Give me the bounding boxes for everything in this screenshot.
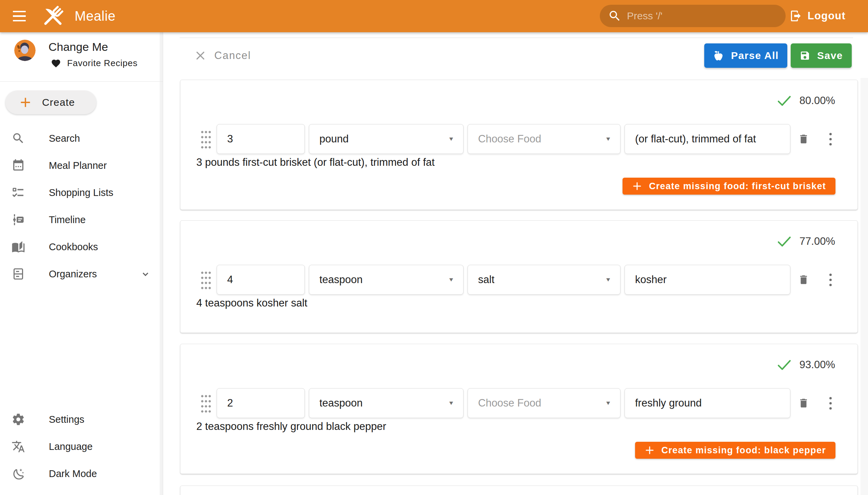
global-search[interactable] (600, 5, 786, 27)
parser-toolbar: Cancel Parse All Save (180, 44, 852, 68)
parse-all-button[interactable]: Parse All (704, 44, 787, 68)
main-scrollbar[interactable] (861, 78, 868, 495)
food-select[interactable]: Choose Food (467, 124, 620, 154)
confidence-percent: 93.00% (800, 359, 835, 371)
create-missing-food-button[interactable]: Create missing food: black pepper (635, 442, 836, 459)
delete-ingredient-button[interactable] (796, 393, 811, 413)
note-input[interactable] (625, 124, 790, 154)
unit-value: pound (319, 133, 348, 145)
cancel-label: Cancel (214, 50, 251, 62)
sidebar-item-label: Meal Planner (49, 160, 107, 171)
create-missing-food-button[interactable]: Create missing food: first-cut brisket (623, 178, 835, 194)
sidebar-item-language[interactable]: Language (0, 433, 163, 460)
sidebar-item-dark-mode[interactable]: Dark Mode (0, 460, 163, 487)
avatar[interactable] (14, 40, 36, 61)
original-ingredient-text: 2 teaspoons freshly ground black pepper (196, 420, 386, 433)
food-select[interactable]: Choose Food (467, 388, 620, 418)
calendar-icon (12, 159, 25, 172)
logout-button[interactable]: Logout (786, 5, 849, 27)
plus-icon (632, 181, 642, 191)
hamburger-menu-icon[interactable] (7, 4, 31, 28)
kebab-icon (829, 133, 832, 146)
profile-name: Change Me (49, 40, 108, 54)
search-icon (608, 9, 622, 23)
unit-select[interactable]: teaspoon (309, 388, 463, 418)
delete-ingredient-button[interactable] (796, 270, 811, 290)
trash-icon (798, 274, 809, 286)
food-placeholder: Choose Food (478, 133, 541, 145)
sidebar-item-timeline[interactable]: Timeline (0, 206, 163, 233)
search-icon (12, 132, 25, 145)
drag-handle-icon[interactable] (200, 129, 211, 149)
sidebar-item-cookbooks[interactable]: Cookbooks (0, 233, 163, 260)
note-input[interactable] (625, 265, 790, 295)
moon-icon (12, 467, 25, 480)
unit-select[interactable]: pound (309, 124, 463, 154)
search-input[interactable] (627, 10, 769, 22)
mealie-logo-icon (40, 3, 66, 29)
sidebar-item-label: Dark Mode (49, 468, 97, 479)
quantity-input[interactable] (217, 124, 305, 154)
sidebar-item-label: Settings (49, 414, 84, 425)
sidebar-item-organizers[interactable]: Organizers (0, 260, 163, 288)
unit-select[interactable]: teaspoon (309, 265, 463, 295)
favorite-recipes-link[interactable]: Favorite Recipes (51, 58, 138, 68)
unit-value: teaspoon (319, 397, 363, 409)
confidence-indicator: 93.00% (777, 357, 835, 373)
create-label: Create (42, 97, 75, 108)
checklist-icon (12, 186, 25, 199)
save-icon (800, 50, 810, 61)
more-options-button[interactable] (823, 393, 837, 413)
save-button[interactable]: Save (791, 44, 852, 68)
original-ingredient-text: 4 teaspoons kosher salt (196, 296, 307, 310)
check-icon (777, 93, 792, 108)
create-missing-food-label: Create missing food: first-cut brisket (649, 181, 826, 191)
sidebar-divider (0, 81, 163, 82)
create-button[interactable]: Create (5, 90, 96, 114)
sidebar-item-label: Language (49, 441, 92, 452)
delete-ingredient-button[interactable] (796, 129, 811, 149)
cabinet-icon (12, 267, 25, 281)
sidebar-item-meal-planner[interactable]: Meal Planner (0, 152, 163, 179)
favorite-recipes-label: Favorite Recipes (67, 58, 138, 68)
note-input[interactable] (625, 388, 790, 418)
quantity-input[interactable] (217, 388, 305, 418)
ingredient-editor-row: teaspoon salt (200, 265, 837, 295)
ingredient-card: 80.00% pound Choose Food 3 pounds first-… (180, 80, 858, 210)
cancel-button[interactable]: Cancel (194, 50, 251, 62)
ingredient-parser-page: Cancel Parse All Save 80.00% (163, 32, 868, 495)
food-placeholder: Choose Food (478, 397, 541, 409)
trash-icon (798, 397, 809, 409)
sidebar-item-label: Organizers (49, 269, 97, 280)
check-icon (777, 357, 792, 373)
confidence-percent: 80.00% (800, 95, 835, 107)
logout-icon (789, 10, 802, 22)
sidebar-item-shopping-lists[interactable]: Shopping Lists (0, 179, 163, 206)
confidence-percent: 77.00% (800, 235, 835, 248)
quantity-input[interactable] (217, 265, 305, 295)
sidebar-item-settings[interactable]: Settings (0, 406, 163, 433)
kebab-icon (829, 397, 832, 410)
confidence-indicator: 77.00% (777, 234, 835, 249)
confidence-indicator: 80.00% (777, 93, 835, 108)
unit-value: teaspoon (319, 274, 363, 286)
ingredient-card: 77.00% teaspoon salt 4 teaspoons kosher … (180, 220, 858, 333)
close-icon (194, 50, 206, 62)
parse-all-label: Parse All (731, 50, 779, 62)
kebab-icon (829, 274, 832, 286)
sidebar-item-label: Cookbooks (49, 241, 98, 253)
sidebar: Change Me Favorite Recipes Create Search… (0, 32, 163, 495)
sidebar-item-search[interactable]: Search (0, 125, 163, 152)
chevron-down-icon (140, 268, 151, 280)
more-options-button[interactable] (823, 129, 837, 149)
ingredient-editor-row: teaspoon Choose Food (200, 388, 837, 418)
sidebar-item-label: Timeline (49, 214, 86, 225)
food-select[interactable]: salt (467, 265, 620, 295)
ingredient-card (180, 485, 858, 495)
sidebar-item-label: Search (49, 133, 80, 144)
drag-handle-icon[interactable] (200, 393, 211, 413)
profile-section: Change Me Favorite Recipes (0, 32, 163, 81)
more-options-button[interactable] (823, 270, 837, 290)
ingredient-card: 93.00% teaspoon Choose Food 2 teaspoons … (180, 344, 858, 474)
drag-handle-icon[interactable] (200, 270, 211, 290)
